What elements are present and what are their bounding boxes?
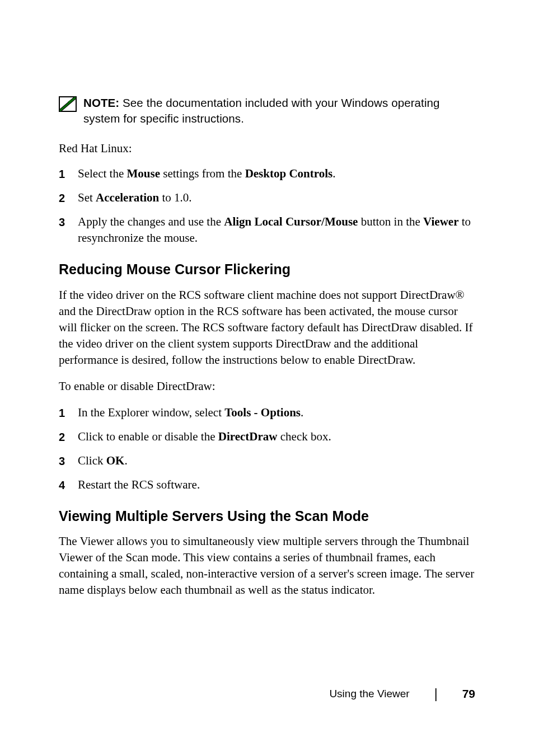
step-number: 2 [59,429,78,445]
heading-scan-mode: Viewing Multiple Servers Using the Scan … [59,506,475,526]
list-item: 2 Set Acceleration to 1.0. [59,190,475,206]
step-text: Restart the RCS software. [78,477,475,493]
redhat-steps: 1 Select the Mouse settings from the Des… [59,166,475,246]
list-item: 1 In the Explorer window, select Tools -… [59,405,475,421]
heading-reducing-flickering: Reducing Mouse Cursor Flickering [59,260,475,279]
step-number: 2 [59,190,78,206]
note-text: NOTE: See the documentation included wit… [83,95,475,126]
list-item: 1 Select the Mouse settings from the Des… [59,166,475,182]
document-page: NOTE: See the documentation included wit… [0,0,534,756]
step-text: Set Acceleration to 1.0. [78,190,475,206]
step-number: 4 [59,477,78,493]
note-label: NOTE: [83,96,119,109]
step-text: In the Explorer window, select Tools - O… [78,405,475,421]
step-text: Select the Mouse settings from the Deskt… [78,166,475,182]
note-icon [59,96,77,112]
step-number: 1 [59,166,78,182]
body-paragraph: To enable or disable DirectDraw: [59,378,475,395]
body-paragraph: The Viewer allows you to simultaneously … [59,533,475,598]
list-item: 2 Click to enable or disable the DirectD… [59,429,475,445]
page-footer: Using the Viewer | 79 [329,686,475,702]
step-number: 3 [59,453,78,469]
body-paragraph: If the video driver on the RCS software … [59,287,475,368]
redhat-intro: Red Hat Linux: [59,140,475,157]
list-item: 4 Restart the RCS software. [59,477,475,493]
list-item: 3 Apply the changes and use the Align Lo… [59,214,475,246]
step-number: 1 [59,405,78,421]
note-block: NOTE: See the documentation included wit… [59,95,475,126]
directdraw-steps: 1 In the Explorer window, select Tools -… [59,405,475,493]
step-text: Click OK. [78,453,475,469]
step-text: Click to enable or disable the DirectDra… [78,429,475,445]
footer-separator: | [434,688,438,701]
list-item: 3 Click OK. [59,453,475,469]
step-text: Apply the changes and use the Align Loca… [78,214,475,246]
step-number: 3 [59,214,78,230]
note-body: See the documentation included with your… [83,96,440,125]
footer-section-label: Using the Viewer [329,687,409,701]
footer-page-number: 79 [462,686,475,702]
